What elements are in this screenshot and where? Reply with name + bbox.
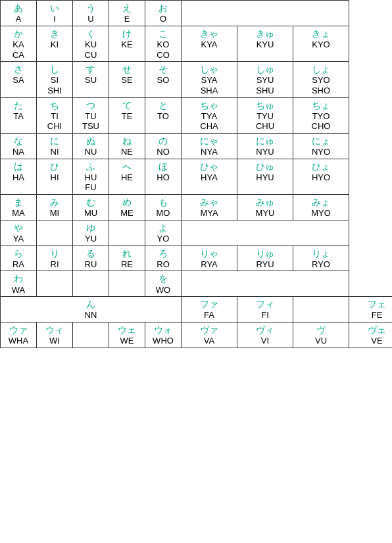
chart-cell: ウァWHA — [1, 322, 37, 348]
chart-cell: みょMYO — [293, 195, 349, 220]
chart-cell: けKE — [109, 26, 145, 61]
table-row: ウァWHAウィWIウェWEウォWHOヴァVAヴィVIヴVUヴェVEヴォVO — [1, 322, 393, 348]
chart-cell: ねNE — [109, 133, 145, 159]
chart-cell: フェFE — [349, 297, 393, 323]
chart-cell: まMA — [1, 195, 37, 220]
chart-cell: にゅNYU — [237, 133, 293, 159]
empty-cell — [182, 220, 349, 246]
chart-cell: りゃRYA — [182, 246, 237, 271]
chart-cell: さSA — [1, 62, 37, 97]
chart-cell: えE — [109, 1, 145, 26]
chart-cell: にゃNYA — [182, 133, 237, 159]
chart-cell: そSO — [145, 62, 182, 97]
table-row: さSAしSISHIすSUせSEそSOしゃSYASHAしゅSYUSHUしょSYOS… — [1, 62, 393, 97]
chart-cell: つTUTSU — [73, 97, 109, 133]
chart-cell: くKUCU — [73, 26, 109, 61]
chart-cell: ちゅTYUCHU — [237, 97, 293, 133]
chart-cell: きゅKYU — [237, 26, 293, 61]
chart-cell: らRA — [1, 246, 37, 271]
chart-cell: むMU — [73, 195, 109, 220]
chart-cell: ヴVU — [293, 322, 349, 348]
table-row: なNAにNIぬNUねNEのNOにゃNYAにゅNYUにょNYO — [1, 133, 393, 159]
chart-cell: ヴァVA — [182, 322, 237, 348]
chart-cell: はHA — [1, 159, 37, 194]
chart-cell — [37, 271, 73, 297]
chart-cell: やYA — [1, 220, 37, 246]
chart-cell: ヴィVI — [237, 322, 293, 348]
empty-cell — [182, 1, 349, 26]
chart-cell: れRE — [109, 246, 145, 271]
chart-cell — [293, 297, 349, 323]
chart-cell: なNA — [1, 133, 37, 159]
table-row: はHAひHIふHUFUへHEほHOひゃHYAひゅHYUひょHYO — [1, 159, 393, 194]
nn-cell: んNN — [1, 297, 182, 323]
chart-cell: すSU — [73, 62, 109, 97]
chart-cell: ファFA — [182, 297, 237, 323]
chart-cell: ウェWE — [109, 322, 145, 348]
chart-cell: ウィWI — [37, 322, 73, 348]
chart-cell: フィFI — [237, 297, 293, 323]
chart-cell: ふHUFU — [73, 159, 109, 194]
chart-cell: にNI — [37, 133, 73, 159]
chart-cell: ちTICHI — [37, 97, 73, 133]
chart-cell: めME — [109, 195, 145, 220]
chart-cell: てTE — [109, 97, 145, 133]
chart-cell: もMO — [145, 195, 182, 220]
chart-cell: かKACA — [1, 26, 37, 61]
chart-cell: うU — [73, 1, 109, 26]
chart-cell: へHE — [109, 159, 145, 194]
chart-cell: ひょHYO — [293, 159, 349, 194]
empty-cell — [182, 271, 349, 297]
chart-cell: ヴェVE — [349, 322, 393, 348]
table-row: んNNファFAフィFIフェFEフォFO — [1, 297, 393, 323]
chart-cell: ひHI — [37, 159, 73, 194]
table-row: あAいIうUえEおO — [1, 1, 393, 26]
chart-cell: ひゅHYU — [237, 159, 293, 194]
chart-cell: おO — [145, 1, 182, 26]
chart-cell: ほHO — [145, 159, 182, 194]
chart-cell: こKOCO — [145, 26, 182, 61]
table-row: やYAゆYUよYO — [1, 220, 393, 246]
chart-cell: しゅSYUSHU — [237, 62, 293, 97]
chart-cell: ぬNU — [73, 133, 109, 159]
chart-cell: たTA — [1, 97, 37, 133]
chart-cell: いI — [37, 1, 73, 26]
chart-cell: にょNYO — [293, 133, 349, 159]
chart-cell — [109, 271, 145, 297]
chart-cell — [73, 322, 109, 348]
chart-cell: よYO — [145, 220, 182, 246]
chart-cell: あA — [1, 1, 37, 26]
chart-cell: しゃSYASHA — [182, 62, 237, 97]
chart-cell: きょKYO — [293, 26, 349, 61]
chart-cell: りょRYO — [293, 246, 349, 271]
chart-cell: ちょTYOCHO — [293, 97, 349, 133]
table-row: かKACAきKIくKUCUけKEこKOCOきゃKYAきゅKYUきょKYO — [1, 26, 393, 61]
table-row: わWAをWO — [1, 271, 393, 297]
chart-cell — [109, 220, 145, 246]
chart-cell: せSE — [109, 62, 145, 97]
chart-cell — [37, 220, 73, 246]
chart-cell: とTO — [145, 97, 182, 133]
chart-cell: みMI — [37, 195, 73, 220]
chart-cell: ゆYU — [73, 220, 109, 246]
hiragana-chart: あAいIうUえEおOかKACAきKIくKUCUけKEこKOCOきゃKYAきゅKY… — [0, 0, 392, 348]
chart-cell: りRI — [37, 246, 73, 271]
chart-cell: をWO — [145, 271, 182, 297]
chart-cell: ひゃHYA — [182, 159, 237, 194]
chart-cell: ウォWHO — [145, 322, 182, 348]
chart-cell: みゃMYA — [182, 195, 237, 220]
chart-cell — [73, 271, 109, 297]
chart-cell: わWA — [1, 271, 37, 297]
chart-cell: るRU — [73, 246, 109, 271]
table-row: まMAみMIむMUめMEもMOみゃMYAみゅMYUみょMYO — [1, 195, 393, 220]
chart-cell: のNO — [145, 133, 182, 159]
chart-cell: きKI — [37, 26, 73, 61]
chart-cell: しょSYOSHO — [293, 62, 349, 97]
table-row: たTAちTICHIつTUTSUてTEとTOちゃTYACHAちゅTYUCHUちょT… — [1, 97, 393, 133]
chart-cell: りゅRYU — [237, 246, 293, 271]
chart-cell: みゅMYU — [237, 195, 293, 220]
chart-cell: ろRO — [145, 246, 182, 271]
chart-cell: ちゃTYACHA — [182, 97, 237, 133]
chart-cell: しSISHI — [37, 62, 73, 97]
chart-cell: きゃKYA — [182, 26, 237, 61]
